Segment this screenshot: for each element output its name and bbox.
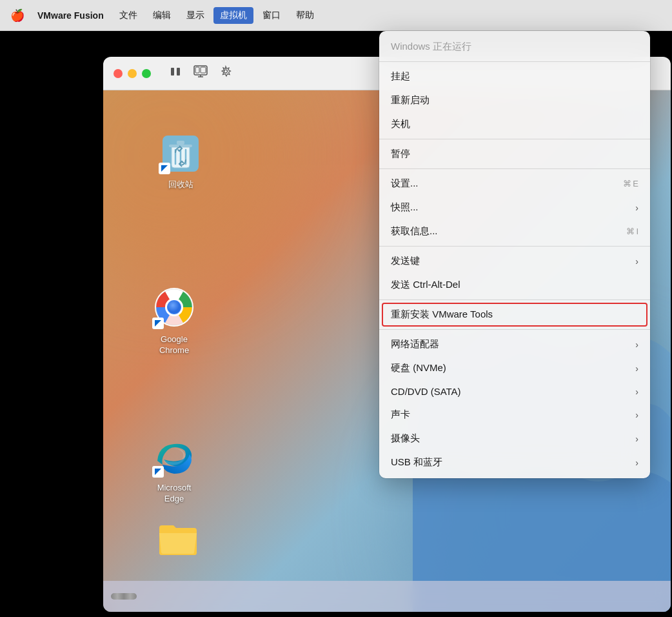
traffic-lights bbox=[114, 69, 151, 78]
svg-point-20 bbox=[168, 301, 181, 314]
menu-item-settings[interactable]: 设置... ⌘E bbox=[379, 172, 650, 196]
recycle-bin-shortcut-badge bbox=[159, 163, 170, 174]
menu-item-snapshots[interactable]: 快照... › bbox=[379, 196, 650, 219]
menu-window[interactable]: 窗口 bbox=[256, 7, 287, 24]
camera-chevron: › bbox=[635, 434, 638, 444]
menu-vm[interactable]: 虚拟机 bbox=[213, 7, 253, 24]
svg-rect-0 bbox=[171, 68, 174, 76]
menu-item-cd-dvd[interactable]: CD/DVD (SATA) › bbox=[379, 380, 650, 403]
dropdown-header: Windows 正在运行 bbox=[379, 35, 650, 59]
svg-rect-4 bbox=[195, 67, 199, 73]
usb-bluetooth-chevron: › bbox=[635, 458, 638, 468]
chrome-shortcut-badge bbox=[152, 318, 164, 329]
menu-item-sound[interactable]: 声卡 › bbox=[379, 403, 650, 427]
cd-dvd-chevron: › bbox=[635, 387, 638, 397]
edge-label: MicrosoftEdge bbox=[157, 483, 192, 505]
minimize-button[interactable] bbox=[128, 69, 137, 78]
menu-item-hard-disk[interactable]: 硬盘 (NVMe) › bbox=[379, 356, 650, 380]
recycle-bin-icon[interactable]: 回收站 bbox=[148, 129, 213, 190]
menu-view[interactable]: 显示 bbox=[180, 7, 211, 24]
menu-item-suspend[interactable]: 挂起 bbox=[379, 65, 650, 88]
google-chrome-icon[interactable]: GoogleChrome bbox=[142, 284, 206, 356]
folder-image bbox=[157, 519, 198, 556]
get-info-shortcut: ⌘I bbox=[626, 227, 638, 236]
menu-item-get-info[interactable]: 获取信息... ⌘I bbox=[379, 219, 650, 243]
menu-item-send-key[interactable]: 发送键 › bbox=[379, 249, 650, 273]
apple-logo[interactable]: 🍎 bbox=[10, 8, 25, 23]
menu-vmware-fusion[interactable]: VMware Fusion bbox=[31, 8, 110, 23]
maximize-button[interactable] bbox=[142, 69, 151, 78]
screen-icon[interactable] bbox=[193, 65, 208, 81]
svg-rect-14 bbox=[177, 141, 184, 145]
menu-item-camera[interactable]: 摄像头 › bbox=[379, 427, 650, 450]
menu-item-ctrl-alt-del[interactable]: 发送 Ctrl-Alt-Del bbox=[379, 273, 650, 297]
menu-edit[interactable]: 编辑 bbox=[146, 7, 177, 24]
hard-disk-chevron: › bbox=[635, 363, 638, 374]
settings-icon[interactable] bbox=[219, 65, 232, 81]
settings-shortcut: ⌘E bbox=[623, 179, 638, 188]
menu-help[interactable]: 帮助 bbox=[290, 7, 321, 24]
menu-item-restart[interactable]: 重新启动 bbox=[379, 88, 650, 112]
sound-chevron: › bbox=[635, 410, 638, 420]
menu-item-network-adapter[interactable]: 网络适配器 › bbox=[379, 332, 650, 356]
menu-item-reinstall-vmware-tools[interactable]: 重新安装 VMware Tools bbox=[382, 303, 647, 327]
close-button[interactable] bbox=[114, 69, 123, 78]
chrome-label: GoogleChrome bbox=[159, 334, 189, 356]
divider-5 bbox=[379, 329, 650, 330]
edge-image bbox=[151, 432, 197, 479]
menu-item-usb-bluetooth[interactable]: USB 和蓝牙 › bbox=[379, 450, 650, 474]
divider-2 bbox=[379, 168, 650, 169]
titlebar-icons bbox=[169, 65, 232, 81]
vm-dropdown-menu: Windows 正在运行 挂起 重新启动 关机 暂停 设置... ⌘E 快照..… bbox=[379, 31, 650, 478]
folder-icon[interactable] bbox=[145, 519, 210, 560]
recycle-bin-image bbox=[157, 129, 204, 176]
divider-0 bbox=[379, 61, 650, 62]
pause-icon[interactable] bbox=[169, 65, 182, 81]
divider-1 bbox=[379, 139, 650, 139]
recycle-bin-label: 回收站 bbox=[168, 179, 193, 190]
svg-marker-21 bbox=[155, 320, 161, 327]
network-adapter-chevron: › bbox=[635, 339, 638, 350]
taskbar bbox=[103, 581, 671, 612]
divider-3 bbox=[379, 246, 650, 247]
divider-4 bbox=[379, 299, 650, 300]
svg-rect-5 bbox=[201, 67, 206, 73]
mac-menubar: 🍎 VMware Fusion 文件 编辑 显示 虚拟机 窗口 帮助 bbox=[0, 0, 672, 31]
menu-item-pause[interactable]: 暂停 bbox=[379, 142, 650, 166]
taskbar-content bbox=[111, 593, 137, 600]
svg-rect-1 bbox=[177, 68, 180, 76]
svg-marker-23 bbox=[155, 469, 161, 475]
snapshots-chevron: › bbox=[635, 203, 638, 213]
svg-marker-15 bbox=[161, 165, 168, 172]
svg-point-8 bbox=[224, 70, 228, 73]
edge-shortcut-badge bbox=[152, 466, 164, 478]
chrome-image bbox=[151, 284, 197, 330]
menu-item-shutdown[interactable]: 关机 bbox=[379, 112, 650, 136]
microsoft-edge-icon[interactable]: MicrosoftEdge bbox=[142, 432, 206, 505]
menu-file[interactable]: 文件 bbox=[113, 7, 144, 24]
send-key-chevron: › bbox=[635, 256, 638, 267]
dropdown-header-text: Windows 正在运行 bbox=[391, 41, 471, 53]
